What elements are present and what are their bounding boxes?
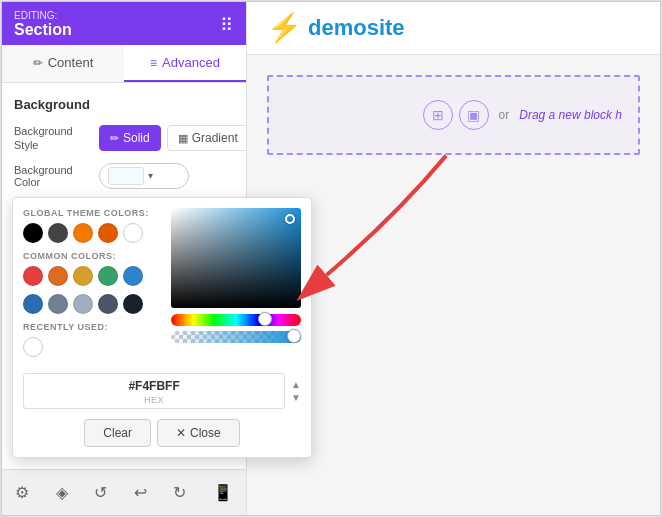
color-dot-white[interactable] xyxy=(123,223,143,243)
bg-style-label: Background Style xyxy=(14,124,99,153)
advanced-tab-icon: ≡ xyxy=(150,56,157,70)
color-dot-orange1[interactable] xyxy=(73,223,93,243)
pencil-icon: ✏ xyxy=(110,132,119,145)
add-block-icons: ⊞ ▣ xyxy=(423,100,489,130)
advanced-tab-label: Advanced xyxy=(162,55,220,70)
picker-gradient-area xyxy=(171,208,246,365)
background-section-title: Background xyxy=(14,97,234,112)
recently-used-colors xyxy=(23,337,161,357)
panel-footer: ⚙ ◈ ↺ ↩ ↻ 📱 xyxy=(2,469,246,515)
hex-input-wrapper: HEX xyxy=(23,373,246,409)
color-dot-green[interactable] xyxy=(98,266,118,286)
gradient-label: Gradient xyxy=(192,131,238,145)
solid-button[interactable]: ✏ Solid xyxy=(99,125,161,151)
close-label: Close xyxy=(190,426,221,440)
color-dot-darkest[interactable] xyxy=(123,294,143,314)
chevron-down-icon: ▾ xyxy=(148,170,153,181)
panel-header-text: EDITING: Section xyxy=(14,10,72,39)
color-dot-lgray[interactable] xyxy=(73,294,93,314)
color-dot-red[interactable] xyxy=(23,266,43,286)
mobile-icon[interactable]: 📱 xyxy=(213,483,233,502)
logo-bolt-icon: ⚡ xyxy=(267,14,302,42)
panel-body: Background Background Style ✏ Solid ▦ Gr… xyxy=(2,83,246,469)
site-logo: ⚡ demosite xyxy=(267,14,405,42)
logo-text: demosite xyxy=(308,15,405,41)
redo-icon[interactable]: ↻ xyxy=(173,483,186,502)
color-dot-gray[interactable] xyxy=(48,294,68,314)
color-swatch-button[interactable]: ▾ xyxy=(99,163,189,189)
or-text: or xyxy=(499,108,510,122)
history-icon[interactable]: ↺ xyxy=(94,483,107,502)
bg-color-label: Background Color xyxy=(14,164,99,188)
gradient-button[interactable]: ▦ Gradient xyxy=(167,125,246,151)
logo-name-end: site xyxy=(367,15,405,40)
header-dots-icon[interactable]: ⠿ xyxy=(220,14,234,36)
site-header: ⚡ demosite xyxy=(247,2,660,55)
gradient-icon: ▦ xyxy=(178,132,188,145)
color-dot-black[interactable] xyxy=(23,223,43,243)
color-dot-recent-white[interactable] xyxy=(23,337,43,357)
grid-icon-circle[interactable]: ⊞ xyxy=(423,100,453,130)
global-theme-label: GLOBAL THEME COLORS: xyxy=(23,208,161,218)
left-panel: EDITING: Section ⠿ ✏ Content ≡ Advanced … xyxy=(2,2,247,515)
section-title-label: Section xyxy=(14,21,72,39)
undo-icon[interactable]: ↩ xyxy=(134,483,147,502)
color-dot-dark[interactable] xyxy=(48,223,68,243)
color-swatch xyxy=(108,167,144,185)
common-colors xyxy=(23,266,161,286)
content-tab-label: Content xyxy=(48,55,94,70)
recently-used-label: RECENTLY USED: xyxy=(23,322,161,332)
common-colors-2 xyxy=(23,294,161,314)
tab-advanced[interactable]: ≡ Advanced xyxy=(124,45,246,82)
color-dot-dorange[interactable] xyxy=(48,266,68,286)
layers-icon[interactable]: ◈ xyxy=(56,483,68,502)
content-tab-icon: ✏ xyxy=(33,56,43,70)
picker-top: GLOBAL THEME COLORS: COMMON COLORS: xyxy=(23,208,246,365)
common-colors-label: COMMON COLORS: xyxy=(23,251,161,261)
hue-slider[interactable] xyxy=(171,314,246,326)
settings-icon[interactable]: ⚙ xyxy=(15,483,29,502)
picker-footer: Clear ✕ Close xyxy=(23,419,246,447)
global-theme-colors xyxy=(23,223,161,243)
color-dot-orange2[interactable] xyxy=(98,223,118,243)
color-dot-dgray[interactable] xyxy=(98,294,118,314)
color-picker-popup: GLOBAL THEME COLORS: COMMON COLORS: xyxy=(12,197,246,458)
hex-row: HEX ▲ ▼ xyxy=(23,373,246,409)
panel-header: EDITING: Section ⠿ xyxy=(2,2,246,45)
section-add-hint: ⊞ ▣ or Drag a new block h xyxy=(423,100,622,130)
background-color-row: Background Color ▾ xyxy=(14,163,234,189)
logo-name-start: demo xyxy=(308,15,367,40)
app-window: EDITING: Section ⠿ ✏ Content ≡ Advanced … xyxy=(1,1,661,516)
alpha-slider[interactable] xyxy=(171,331,246,343)
gradient-canvas[interactable] xyxy=(171,208,246,308)
editing-label: EDITING: xyxy=(14,10,72,21)
hex-label: HEX xyxy=(24,395,246,408)
hex-input[interactable] xyxy=(24,374,246,395)
panel-tabs: ✏ Content ≡ Advanced xyxy=(2,45,246,83)
clear-button[interactable]: Clear xyxy=(84,419,151,447)
solid-label: Solid xyxy=(123,131,150,145)
color-dot-lblue[interactable] xyxy=(23,294,43,314)
color-dot-blue[interactable] xyxy=(123,266,143,286)
style-controls: ✏ Solid ▦ Gradient xyxy=(99,125,246,151)
drag-hint-text: Drag a new block h xyxy=(519,108,622,122)
section-outline[interactable]: ⊞ ▣ or Drag a new block h xyxy=(267,75,640,155)
layout-icon-circle[interactable]: ▣ xyxy=(459,100,489,130)
color-dot-yellow[interactable] xyxy=(73,266,93,286)
clear-label: Clear xyxy=(103,426,132,440)
background-style-row: Background Style ✏ Solid ▦ Gradient xyxy=(14,124,234,153)
close-button[interactable]: ✕ Close xyxy=(157,419,240,447)
close-x-icon: ✕ xyxy=(176,426,186,440)
tab-content[interactable]: ✏ Content xyxy=(2,45,124,82)
picker-swatches: GLOBAL THEME COLORS: COMMON COLORS: xyxy=(23,208,161,365)
